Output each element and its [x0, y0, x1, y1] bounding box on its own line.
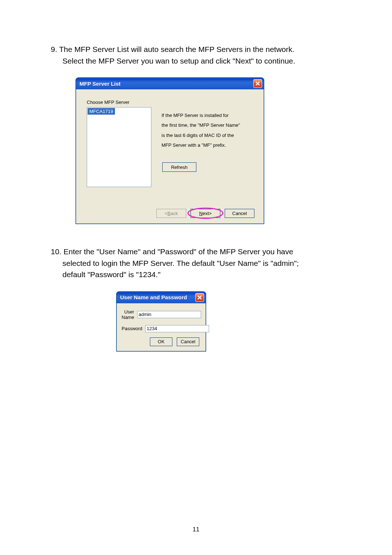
mfp-server-listbox[interactable]: MFCA1719: [87, 107, 151, 187]
titlebar: MFP Server List: [76, 78, 264, 89]
close-icon[interactable]: [253, 79, 262, 88]
close-icon[interactable]: [195, 293, 204, 302]
step-10-line1: Enter the "User Name" and "Password" of …: [64, 247, 293, 256]
step-9-line2: Select the MFP Server you wan to setup a…: [62, 57, 295, 65]
choose-mfp-label: Choose MFP Server: [87, 100, 254, 105]
step-9-line1: The MFP Server List will auto search the…: [59, 45, 294, 53]
user-name-label: User Name: [122, 309, 134, 320]
password-label: Password: [122, 326, 142, 331]
back-button: < Back: [156, 209, 186, 218]
next-button-label: Next: [199, 211, 209, 216]
user-name-field[interactable]: [137, 311, 201, 318]
back-button-label: Back: [167, 211, 178, 216]
user-password-dialog: User Name and Password User Name Passwor…: [116, 291, 206, 352]
refresh-button[interactable]: Refresh: [162, 162, 196, 172]
step-9-instruction: 9. The MFP Server List will auto search …: [51, 44, 341, 66]
dialog-title: User Name and Password: [120, 294, 187, 300]
next-button[interactable]: Next >: [191, 209, 220, 218]
step-10-line2: selected to login the MFP Server. The de…: [62, 259, 299, 267]
titlebar: User Name and Password: [117, 292, 206, 303]
step-10-number: 10.: [51, 246, 61, 258]
list-item-selected[interactable]: MFCA1719: [87, 108, 115, 115]
hint-line: If the MFP Server is installed for: [162, 110, 252, 120]
cancel-button[interactable]: Cancel: [177, 337, 199, 346]
mfp-server-list-dialog: MFP Server List Choose MFP Server MFCA17…: [75, 77, 264, 224]
cancel-button[interactable]: Cancel: [225, 209, 254, 218]
password-field[interactable]: [145, 325, 209, 332]
hint-text: If the MFP Server is installed for the f…: [162, 110, 252, 172]
ok-button[interactable]: OK: [150, 337, 172, 346]
step-10-instruction: 10. Enter the "User Name" and "Password"…: [51, 246, 341, 280]
step-10-line3: default "Password" is "1234.": [62, 270, 160, 279]
dialog-title: MFP Server List: [79, 81, 121, 87]
hint-line: the first time, the "MFP Server Name": [162, 120, 252, 130]
page-number: 11: [0, 526, 392, 533]
hint-line: is the last 6 digits of MAC ID of the: [162, 130, 252, 140]
hint-line: MFP Server with a "MF" prefix.: [162, 140, 252, 150]
step-9-number: 9.: [51, 44, 57, 55]
